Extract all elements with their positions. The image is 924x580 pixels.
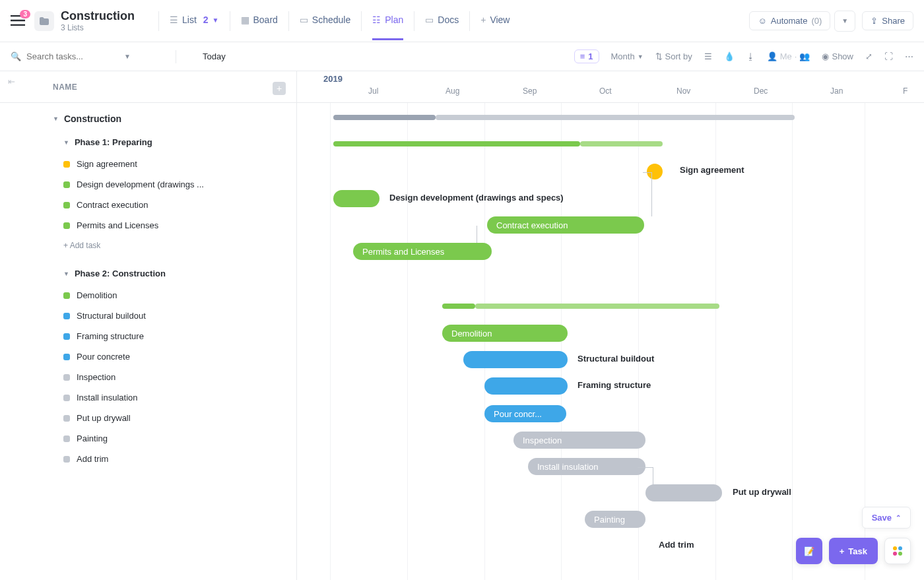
automate-button[interactable]: ☺ Automate (0) (749, 11, 830, 30)
search-input[interactable] (26, 51, 119, 61)
status-square-icon (63, 292, 70, 299)
task-row[interactable]: Put up drywall (0, 408, 296, 428)
bar-structural[interactable] (463, 351, 568, 368)
status-square-icon (63, 435, 70, 442)
bar-text-inspection: Inspection (523, 435, 562, 445)
automate-dropdown[interactable]: ▼ (834, 11, 855, 32)
task-label: Put up drywall (77, 413, 131, 423)
dependency-line (643, 172, 652, 216)
page-title: Construction (61, 9, 135, 23)
task-label: Design development (drawings ... (77, 179, 204, 189)
add-task-phase1[interactable]: + Add task (0, 236, 296, 262)
task-label: Demolition (77, 290, 117, 300)
task-row[interactable]: Design development (drawings ... (0, 174, 296, 195)
folder-icon[interactable] (34, 11, 54, 31)
chevron-down-icon[interactable]: ▼ (124, 53, 131, 60)
expand-icon[interactable]: ☰ (704, 51, 712, 61)
search-input-wrap[interactable]: 🔍 ▼ (11, 51, 169, 61)
task-label: Structural buildout (77, 311, 146, 321)
filter-icon: ≡ (580, 51, 585, 61)
person-icon: 👤 (767, 51, 777, 61)
task-row[interactable]: Add trim (0, 449, 296, 469)
summary-phase2-done[interactable] (442, 304, 475, 309)
tab-board[interactable]: ▦ Board (241, 1, 278, 40)
summary-phase1-done[interactable] (333, 141, 580, 146)
bar-framing[interactable] (484, 377, 568, 395)
task-row[interactable]: Painting (0, 428, 296, 449)
label-sign-agreement: Sign agreement (680, 165, 744, 175)
task-row[interactable]: Pour concrete (0, 346, 296, 367)
body-area: ⇤ NAME + ▼ Construction ▼ Phase 1: Prepa… (0, 71, 924, 580)
tab-list-label: List (182, 15, 197, 25)
task-side-panel: ⇤ NAME + ▼ Construction ▼ Phase 1: Prepa… (0, 71, 297, 580)
bar-inspection[interactable]: Inspection (513, 432, 645, 449)
bar-design-dev[interactable] (333, 190, 380, 207)
task-row[interactable]: Inspection (0, 367, 296, 387)
share-button[interactable]: ⇪ Share (862, 11, 913, 30)
me-filter[interactable]: 👤 Me · 👥 (767, 51, 810, 61)
month-label: Jul (368, 86, 378, 96)
notification-badge: 3 (20, 10, 30, 18)
add-column-button[interactable]: + (273, 82, 286, 95)
board-icon: ▦ (241, 15, 249, 25)
search-icon: 🔍 (11, 51, 21, 61)
save-button[interactable]: Save ⌃ (862, 507, 911, 529)
bar-pour[interactable]: Pour concr... (484, 405, 566, 422)
me-label: Me (780, 51, 792, 61)
bar-contract-exec[interactable]: Contract execution (487, 216, 644, 234)
bar-painting[interactable]: Painting (585, 511, 645, 528)
group-phase2[interactable]: ▼ Phase 2: Construction (0, 262, 296, 285)
download-icon[interactable]: ⭳ (746, 51, 755, 61)
summary-phase2-remaining[interactable] (475, 304, 719, 309)
task-row[interactable]: Demolition (0, 285, 296, 306)
timescale-dropdown[interactable]: Month ▼ (611, 51, 644, 61)
collapse-icon[interactable]: ⤢ (865, 51, 873, 61)
task-row[interactable]: Contract execution (0, 195, 296, 215)
task-row[interactable]: Permits and Licenses (0, 215, 296, 236)
add-view-button[interactable]: + View (480, 1, 510, 40)
svg-point-1 (898, 546, 902, 550)
month-label: Sep (523, 86, 537, 96)
apps-button[interactable] (884, 538, 911, 564)
month-label: Dec (754, 86, 768, 96)
task-row[interactable]: Structural buildout (0, 306, 296, 326)
task-label: Framing structure (77, 331, 144, 341)
list-icon: ☰ (170, 15, 178, 25)
eye-icon: ◉ (822, 51, 829, 61)
bar-drywall[interactable] (645, 484, 722, 501)
collapse-panel-icon[interactable]: ⇤ (8, 77, 15, 86)
sort-icon: ⇅ (655, 51, 663, 61)
gantt-timeline[interactable]: 2019 JulAugSepOctNovDecJanF Sign agreeme… (297, 71, 924, 580)
bar-permits[interactable]: Permits and Licenses (353, 243, 492, 260)
fullscreen-icon[interactable]: ⛶ (884, 51, 893, 61)
bar-insulation[interactable]: Install insulation (528, 458, 645, 475)
task-row[interactable]: Sign agreement (0, 154, 296, 174)
tab-docs[interactable]: ▭ Docs (425, 1, 459, 40)
svg-point-0 (893, 546, 897, 550)
tab-schedule[interactable]: ▭ Schedule (300, 1, 350, 40)
color-icon[interactable]: 💧 (724, 51, 735, 61)
sort-button[interactable]: ⇅ Sort by (655, 51, 692, 61)
task-row[interactable]: Install insulation (0, 387, 296, 408)
create-task-button[interactable]: + Task (829, 538, 878, 564)
group-phase1[interactable]: ▼ Phase 1: Preparing (0, 131, 296, 154)
filter-button[interactable]: ≡ 1 (574, 49, 599, 63)
save-label: Save (872, 513, 892, 523)
doc-icon: ▭ (425, 15, 434, 25)
bar-demolition[interactable]: Demolition (442, 325, 568, 342)
notes-button[interactable]: 📝 (796, 538, 822, 564)
hamburger-menu-icon[interactable]: 3 (11, 15, 25, 27)
today-button[interactable]: Today (183, 51, 226, 61)
more-icon[interactable]: ⋯ (905, 51, 913, 61)
summary-phase1-remaining[interactable] (580, 141, 663, 146)
tab-plan[interactable]: ☷ Plan (372, 1, 403, 40)
month-label: Aug (446, 86, 459, 96)
tab-list[interactable]: ☰ List 2 ▼ (170, 1, 219, 40)
sort-label: Sort by (665, 51, 692, 61)
chevron-down-icon: ▼ (842, 17, 848, 24)
task-label: Inspection (77, 372, 116, 382)
show-button[interactable]: ◉ Show (822, 51, 853, 61)
group-construction[interactable]: ▼ Construction (0, 107, 296, 131)
status-square-icon (63, 202, 70, 209)
task-row[interactable]: Framing structure (0, 326, 296, 346)
